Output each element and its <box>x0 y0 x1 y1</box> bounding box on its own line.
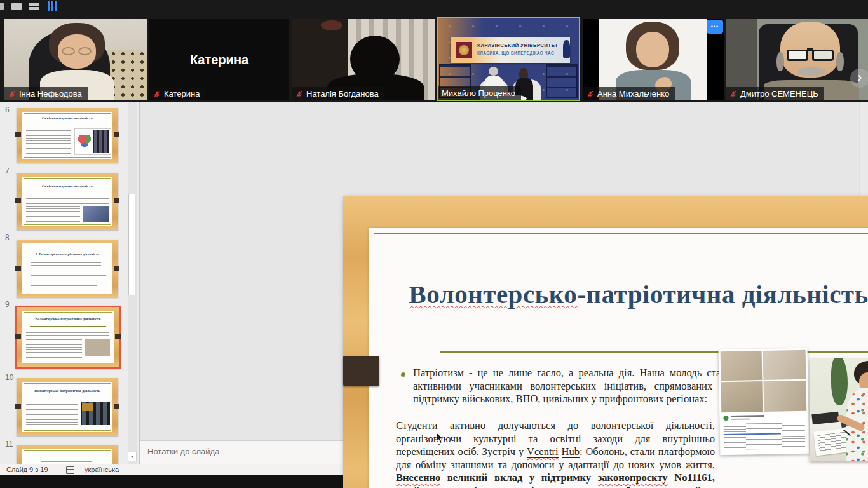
thumb-video-highlight <box>82 403 93 411</box>
thumb-bracket-right <box>114 404 119 409</box>
slide-title[interactable]: Волонтерсько-патріотична діяльність <box>394 279 868 309</box>
more-options-button[interactable]: ••• <box>707 20 723 34</box>
university-logo <box>456 42 472 58</box>
participant-video-nataliia[interactable]: Наталія Богданова <box>292 19 435 100</box>
thumb-title: 2. Волонтерсько-патріотична діяльність <box>25 252 110 257</box>
gallery-view-icon[interactable] <box>48 1 57 11</box>
participant-name-label: Наталія Богданова <box>292 87 384 100</box>
mouse-cursor <box>436 432 445 445</box>
thumb-bracket-right <box>114 198 119 203</box>
participant-video-mykhailo-active-speaker[interactable]: КАРАЗІНСЬКИЙ УНІВЕРСИТЕТ КЛАСИКА, ЩО ВИП… <box>437 17 580 101</box>
face <box>636 32 669 67</box>
participant-video-inna[interactable]: Інна Нефьодова <box>4 19 147 100</box>
strip-view-icon[interactable] <box>29 3 39 10</box>
post-avatar <box>723 416 728 421</box>
thumb-bullet-text <box>31 283 97 289</box>
slide-thumbnail-8[interactable]: 2. Волонтерсько-патріотична діяльність <box>17 240 118 297</box>
slide-thumbnail-panel: 6 Освітньо-наукова активність 7 Освітньо… <box>0 102 140 464</box>
thumb-rule <box>30 398 105 398</box>
slide-bullet-paragraph[interactable]: Патріотизм - це не лише гасло, а реальна… <box>413 367 731 406</box>
thumb-title: Волонтерсько-патріотична діяльність <box>25 389 110 393</box>
thumb-video-grid-image <box>81 402 110 425</box>
slide-title-misspelled-word: Волонтерсько <box>409 280 577 309</box>
thumb-video-grid <box>93 130 109 153</box>
thumb-paper: Волонтерсько-патріотична діяльність <box>22 382 112 432</box>
slide-thumbnail-9-selected[interactable]: Волонтерсько-патріотична діяльність <box>15 306 121 369</box>
shelf-right <box>546 64 578 98</box>
slide-number: 9 <box>5 300 10 309</box>
para-bold-1: великий вклад у підтримку <box>440 471 598 484</box>
thumb-paper: 2. Волонтерсько-патріотична діяльність <box>22 243 112 294</box>
participant-name-label: Дмитро СЕМЕНЕЦЬ <box>726 87 824 100</box>
sidebar-scroll-down-button[interactable]: ▾ <box>128 452 137 461</box>
post-photo-3 <box>721 381 763 412</box>
video-strip: Інна Нефьодова Катерина Катерина Наталія… <box>0 0 868 102</box>
thumb-title: Освітньо-наукова активність <box>25 116 110 121</box>
participant-name: Анна Михальченко <box>597 89 669 98</box>
slide-editing-area: Волонтерсько-патріотична діяльність Патр… <box>140 102 868 440</box>
glasses-left-lens <box>787 50 808 61</box>
thumb-paper: Освітньо-наукова активність <box>22 112 112 159</box>
next-participants-button[interactable]: › <box>850 69 868 88</box>
thumb-rule <box>30 326 106 327</box>
slide-image-man-writing[interactable] <box>810 358 868 461</box>
thumb-image <box>83 206 109 222</box>
thumb-text <box>26 402 78 427</box>
thumb-bracket-left <box>15 132 21 137</box>
thumb-bullet-text <box>31 262 101 269</box>
thumb-paper: Волонтерсько-патріотична діяльність <box>22 311 114 363</box>
participant-video-kateryna[interactable]: Катерина Катерина <box>149 19 289 100</box>
slide-main-paragraph[interactable]: Студенти активно долучаються до волонтер… <box>396 419 715 488</box>
post-photo-2 <box>763 350 806 380</box>
gray-hair-right <box>836 52 844 71</box>
spellcheck-icon[interactable] <box>66 466 74 474</box>
mic-muted-icon <box>729 90 737 98</box>
thumb-image <box>85 339 110 356</box>
mic-muted-icon <box>295 90 303 98</box>
thumb-bracket-left <box>15 266 21 271</box>
thumb-title: Освітньо-наукова активність <box>25 184 110 189</box>
logo-emblem <box>459 45 469 55</box>
thumb-text <box>26 196 109 205</box>
plant <box>831 358 848 405</box>
slide-thumbnail-11[interactable] <box>17 445 118 464</box>
participant-name: Дмитро СЕМЕНЕЦЬ <box>740 89 818 98</box>
slide-thumbnail-10[interactable]: Волонтерсько-патріотична діяльність <box>17 378 118 436</box>
thumb-venn-diagram <box>78 134 92 148</box>
post-photo-1 <box>721 351 763 381</box>
speaker-view-icon[interactable] <box>11 3 22 10</box>
man-head <box>489 67 498 76</box>
para-link-hub: Hub <box>562 445 580 458</box>
participant-name: Катерина <box>164 89 200 98</box>
scroll-down-icon: ▾ <box>131 454 133 459</box>
thumb-bracket-right <box>115 334 121 339</box>
post-text-lines <box>724 423 805 433</box>
participant-video-anna[interactable]: Анна Михальченко <box>583 19 724 100</box>
slide-thumbnail-6[interactable]: Освітньо-наукова активність <box>17 108 118 163</box>
thumb-paper <box>22 449 112 464</box>
participant-name-label: Михайло Проценко <box>438 86 521 100</box>
ellipsis-icon: ••• <box>711 24 719 30</box>
thumb-text <box>26 339 82 358</box>
participant-video-dmytro[interactable]: Дмитро СЕМЕНЕЦЬ <box>726 19 868 100</box>
slide-image-social-post[interactable] <box>719 348 810 455</box>
glasses-right-lens <box>812 50 834 61</box>
bullet-marker <box>401 372 405 377</box>
flag-decor <box>563 40 570 58</box>
thumb-image <box>74 128 111 155</box>
post-text-lines-2 <box>724 436 805 450</box>
thumb-title-line <box>41 459 92 463</box>
slide-thumbnail-7[interactable]: Освітньо-наукова активність <box>17 173 118 230</box>
thumb-bracket-left <box>15 404 21 409</box>
thumb-title: Волонтерсько-патріотична діяльність <box>25 317 111 322</box>
slide-canvas[interactable]: Волонтерсько-патріотична діяльність Патр… <box>343 196 868 488</box>
sidebar-scrollbar-thumb[interactable] <box>128 194 135 295</box>
screen: Волонтерсько-патріотична діяльність Патр… <box>0 0 868 488</box>
thumb-bracket-right <box>114 266 119 271</box>
thumb-bracket-left <box>15 334 21 339</box>
slide-number: 7 <box>5 166 10 175</box>
participant-name: Інна Нефьодова <box>19 89 82 98</box>
language-indicator[interactable]: українська <box>85 466 119 473</box>
participant-name: Михайло Проценко <box>442 88 515 98</box>
minimize-view-icon[interactable] <box>0 3 4 10</box>
